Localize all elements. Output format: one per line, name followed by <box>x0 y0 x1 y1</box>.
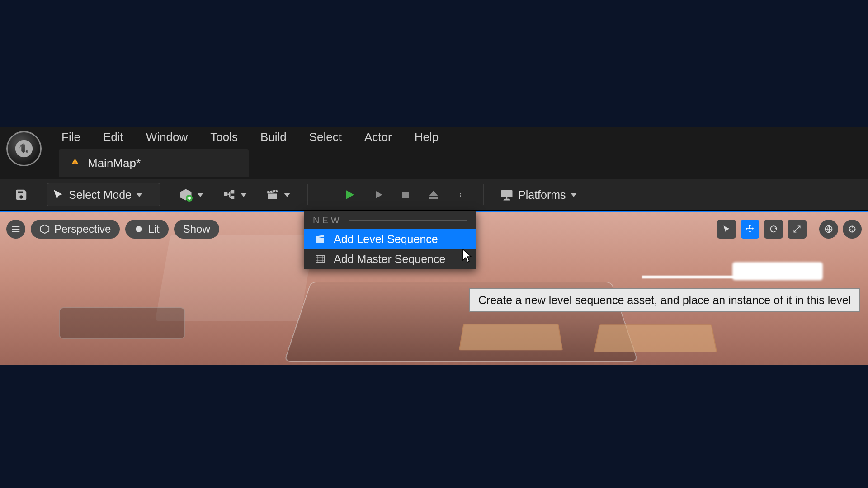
titlebar: File Edit Window Tools Build Select Acto… <box>0 127 868 179</box>
svg-point-9 <box>136 226 142 232</box>
viewport-menu-button[interactable] <box>6 220 25 239</box>
blueprint-button[interactable] <box>217 183 252 206</box>
letterbox-top <box>0 0 868 127</box>
show-button[interactable]: Show <box>174 220 219 239</box>
unreal-logo-icon[interactable] <box>6 131 42 166</box>
separator <box>483 184 484 205</box>
play-controls <box>340 185 472 205</box>
separator <box>307 184 308 205</box>
svg-rect-3 <box>231 196 235 200</box>
content-tools <box>174 183 296 206</box>
menubar: File Edit Window Tools Build Select Acto… <box>59 127 441 146</box>
save-button[interactable] <box>9 183 33 206</box>
chevron-down-icon <box>571 193 577 197</box>
divider <box>349 220 467 221</box>
app-window: File Edit Window Tools Build Select Acto… <box>0 127 868 365</box>
svg-rect-2 <box>231 190 235 194</box>
tab-mainmap[interactable]: MainMap* <box>59 149 249 177</box>
menu-item-label: Add Level Sequence <box>334 233 438 246</box>
play-options-button[interactable] <box>452 185 472 205</box>
menu-actor[interactable]: Actor <box>362 128 395 146</box>
menu-window[interactable]: Window <box>143 128 190 146</box>
svg-rect-1 <box>224 192 228 196</box>
platforms-button[interactable]: Platforms <box>495 183 582 206</box>
scene-geometry <box>594 324 717 352</box>
eject-button[interactable] <box>424 185 443 205</box>
cursor-icon <box>462 249 473 265</box>
play-button[interactable] <box>340 185 359 205</box>
separator <box>167 184 167 205</box>
perspective-button[interactable]: Perspective <box>31 220 120 239</box>
scene-geometry <box>459 324 563 350</box>
menu-tools[interactable]: Tools <box>208 128 241 146</box>
lit-button[interactable]: Lit <box>125 220 168 239</box>
menu-build[interactable]: Build <box>258 128 289 146</box>
svg-point-5 <box>460 193 461 194</box>
perspective-label: Perspective <box>54 223 111 235</box>
add-master-sequence-item[interactable]: Add Master Sequence <box>304 249 476 269</box>
select-tool-button[interactable] <box>717 220 736 239</box>
snap-button[interactable] <box>843 220 862 239</box>
rotate-tool-button[interactable] <box>764 220 783 239</box>
show-label: Show <box>183 223 210 235</box>
add-content-button[interactable] <box>174 183 209 206</box>
tab-label: MainMap* <box>88 156 141 170</box>
chevron-down-icon <box>197 193 203 197</box>
step-button[interactable] <box>368 185 387 205</box>
translate-tool-button[interactable] <box>741 220 760 239</box>
scale-tool-button[interactable] <box>788 220 807 239</box>
tabbar: MainMap* <box>59 149 249 177</box>
toolbar: Select Mode <box>0 179 868 211</box>
scene-light <box>642 276 778 278</box>
lit-label: Lit <box>148 223 159 235</box>
select-mode-label: Select Mode <box>69 188 132 202</box>
menu-select[interactable]: Select <box>307 128 344 146</box>
menu-help[interactable]: Help <box>412 128 441 146</box>
viewport-right-controls <box>717 220 862 239</box>
menu-file[interactable]: File <box>59 128 83 146</box>
chevron-down-icon <box>136 193 142 197</box>
svg-point-7 <box>460 196 461 197</box>
select-mode-button[interactable]: Select Mode <box>47 183 160 206</box>
svg-rect-4 <box>402 192 409 198</box>
chevron-down-icon <box>241 193 247 197</box>
svg-point-6 <box>460 195 461 196</box>
cinematics-button[interactable] <box>260 183 296 206</box>
svg-rect-12 <box>316 255 324 263</box>
level-icon <box>70 157 80 169</box>
svg-rect-8 <box>501 190 513 197</box>
world-local-button[interactable] <box>819 220 838 239</box>
scene-geometry <box>59 307 185 339</box>
dropdown-header: NEW <box>304 211 476 229</box>
menu-edit[interactable]: Edit <box>100 128 126 146</box>
stop-button[interactable] <box>396 185 415 205</box>
chevron-down-icon <box>284 193 290 197</box>
platforms-label: Platforms <box>518 188 566 202</box>
separator <box>40 184 40 205</box>
viewport-left-controls: Perspective Lit Show <box>6 220 219 239</box>
cinematics-dropdown: NEW Add Level Sequence Add Master Sequen… <box>304 211 476 269</box>
add-level-sequence-item[interactable]: Add Level Sequence <box>304 229 476 249</box>
menu-item-label: Add Master Sequence <box>334 253 445 266</box>
tooltip: Create a new level sequence asset, and p… <box>469 288 860 312</box>
letterbox-bottom <box>0 365 868 488</box>
dropdown-header-label: NEW <box>313 215 342 225</box>
